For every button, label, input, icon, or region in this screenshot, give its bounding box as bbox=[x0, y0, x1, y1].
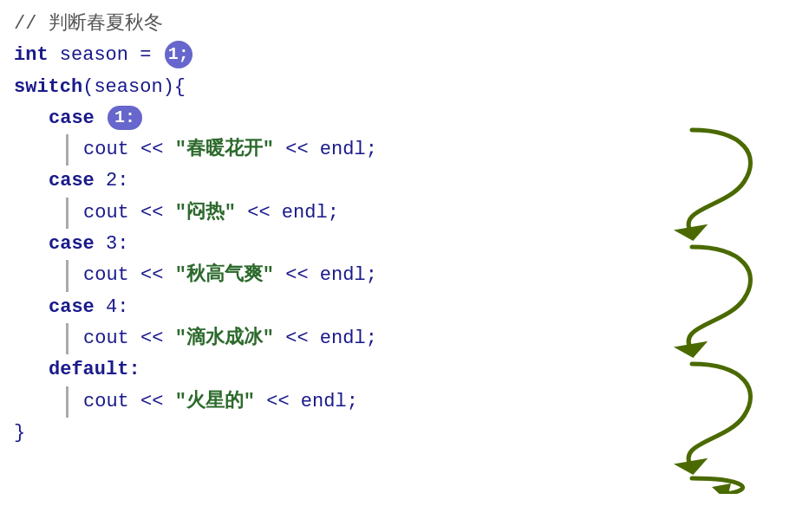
svg-marker-3 bbox=[712, 483, 731, 494]
keyword-case-4: case bbox=[49, 296, 95, 318]
case-4-num: 4: bbox=[95, 296, 129, 318]
pipe-5 bbox=[66, 386, 69, 418]
code-block: // 判断春夏秋冬 int season = 1; switch(season)… bbox=[14, 9, 782, 449]
case-1-cout: cout << "春暖花开" << endl; bbox=[14, 134, 782, 165]
comment-text: // 判断春夏秋冬 bbox=[14, 13, 163, 35]
case-1-label: case 1: bbox=[14, 103, 782, 134]
cout-end-2: << endl; bbox=[236, 202, 339, 224]
pipe-4 bbox=[66, 323, 69, 354]
cout-keyword-3: cout << bbox=[83, 264, 175, 286]
svg-marker-2 bbox=[674, 458, 710, 478]
case-3-cout: cout << "秋高气爽" << endl; bbox=[14, 260, 782, 291]
case-2-label: case 2: bbox=[14, 165, 782, 197]
pipe-2 bbox=[66, 198, 69, 229]
default-label: default: bbox=[14, 354, 782, 386]
string-3: "秋高气爽" bbox=[175, 264, 274, 286]
string-5: "火星的" bbox=[175, 391, 255, 412]
declaration-line: int season = 1; bbox=[14, 40, 782, 71]
case-2-cout: cout << "闷热" << endl; bbox=[14, 198, 782, 229]
case-2-num: 2: bbox=[95, 170, 129, 191]
pipe-1 bbox=[66, 134, 69, 165]
keyword-default: default: bbox=[49, 359, 140, 380]
cout-keyword-5: cout << bbox=[83, 391, 175, 412]
string-2: "闷热" bbox=[175, 202, 236, 224]
case-4-cout: cout << "滴水成冰" << endl; bbox=[14, 323, 782, 354]
comment-line: // 判断春夏秋冬 bbox=[14, 9, 782, 40]
keyword-switch: switch bbox=[14, 76, 82, 98]
string-1: "春暖花开" bbox=[175, 139, 274, 160]
cout-keyword-4: cout << bbox=[83, 328, 175, 349]
pipe-3 bbox=[66, 260, 69, 291]
value-badge: 1; bbox=[165, 41, 192, 68]
cout-end-4: << endl; bbox=[274, 328, 377, 349]
case-1-badge: 1: bbox=[108, 106, 142, 130]
case-3-num: 3: bbox=[95, 233, 129, 255]
closing-brace: } bbox=[14, 418, 782, 449]
closing-brace-text: } bbox=[14, 422, 25, 444]
keyword-case-1: case bbox=[49, 107, 106, 129]
keyword-case-3: case bbox=[49, 233, 95, 255]
cout-keyword-1: cout << bbox=[83, 139, 175, 160]
switch-paren: (season){ bbox=[82, 76, 186, 98]
switch-line: switch(season){ bbox=[14, 72, 782, 103]
string-4: "滴水成冰" bbox=[175, 328, 274, 349]
declaration-rest: season = bbox=[60, 44, 163, 66]
cout-end-1: << endl; bbox=[274, 139, 377, 160]
cout-end-3: << endl; bbox=[274, 264, 377, 286]
cout-keyword-2: cout << bbox=[83, 202, 175, 224]
cout-end-5: << endl; bbox=[255, 391, 358, 412]
case-3-label: case 3: bbox=[14, 229, 782, 260]
keyword-int: int bbox=[14, 44, 49, 66]
case-4-label: case 4: bbox=[14, 292, 782, 323]
default-cout: cout << "火星的" << endl; bbox=[14, 386, 782, 418]
keyword-case-2: case bbox=[49, 170, 95, 191]
